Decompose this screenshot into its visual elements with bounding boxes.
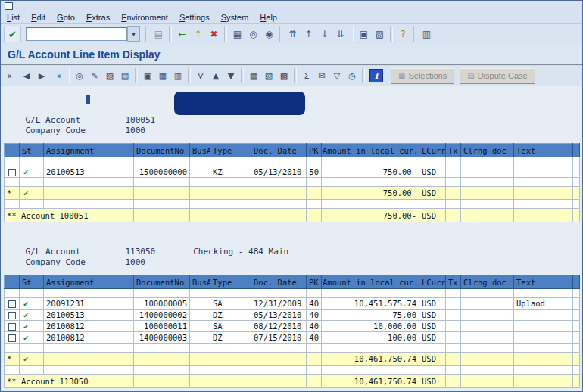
- command-dropdown-icon[interactable]: ▼: [127, 26, 140, 42]
- first-page-icon[interactable]: ⇈: [285, 26, 301, 42]
- content-area: G/L Account100051 Company Code1000 StAss…: [1, 86, 582, 391]
- menu-item-list[interactable]: List: [7, 13, 20, 22]
- company-code-value: 1000: [125, 257, 145, 267]
- document-icon[interactable]: ▥: [170, 68, 186, 83]
- row-checkbox[interactable]: [8, 300, 16, 308]
- spreadsheet-icon[interactable]: ▧: [261, 68, 276, 83]
- additional-data-icon[interactable]: ▤: [117, 68, 132, 83]
- green-check-icon: ✔: [23, 322, 28, 331]
- spacer-row: [5, 157, 580, 166]
- green-check-icon: ✔: [23, 354, 28, 363]
- mail-icon[interactable]: ✉: [314, 68, 329, 83]
- word-processing-icon[interactable]: ▩: [276, 68, 292, 83]
- dispute-case-button-icon: ▤: [467, 72, 474, 80]
- spacer-row: [5, 200, 580, 209]
- help-icon[interactable]: ?: [395, 26, 411, 42]
- menu-item-extras[interactable]: Extras: [86, 13, 110, 22]
- change-icon[interactable]: ✎: [87, 68, 102, 83]
- details-icon[interactable]: ◎: [72, 68, 87, 83]
- column-header-type: Type: [210, 144, 251, 157]
- info-icon[interactable]: i: [369, 69, 383, 82]
- green-check-icon: ✔: [23, 167, 28, 176]
- export-icon[interactable]: ▽: [329, 68, 344, 83]
- menu-item-edit[interactable]: Edit: [31, 13, 45, 22]
- toolbar-separator: [413, 26, 416, 42]
- column-header-assignment: Assignment: [44, 275, 134, 289]
- row-checkbox[interactable]: [8, 312, 16, 319]
- menu-item-goto[interactable]: Goto: [57, 13, 75, 22]
- last-item-icon[interactable]: ⇥: [49, 68, 64, 83]
- column-header-select: [5, 144, 20, 157]
- menu-item-help[interactable]: Help: [260, 13, 277, 22]
- column-header-amount-in-local-cur-: Amount in local cur.: [322, 275, 419, 289]
- menu-item-settings[interactable]: Settings: [179, 13, 210, 22]
- sort-descending-icon[interactable]: ▼: [223, 68, 238, 83]
- line-item-row[interactable]: ✔201008121400000003DZ07/15/201040100.00U…: [5, 332, 580, 344]
- account-name-redaction: [174, 92, 305, 115]
- toolbar-separator: [145, 26, 148, 42]
- command-input[interactable]: [26, 27, 127, 41]
- exit-icon[interactable]: ↑: [190, 26, 206, 42]
- next-item-icon[interactable]: ▶: [34, 68, 49, 83]
- gl-account-value: 113050: [125, 247, 155, 257]
- back-icon[interactable]: ←: [174, 26, 190, 42]
- filter-icon[interactable]: ∇: [193, 68, 208, 83]
- line-item-row[interactable]: ✔201005131400000002DZ05/13/20104075.00US…: [5, 310, 580, 321]
- gl-account-113050-line-items-table: StAssignmentDocumentNoBusATypeDoc. DateP…: [4, 275, 580, 388]
- row-checkbox[interactable]: [8, 323, 16, 331]
- gl-account-row: G/L Account113050Checking - 484 Main: [7, 235, 288, 246]
- header-row: StAssignmentDocumentNoBusATypeDoc. DateP…: [5, 275, 580, 289]
- new-session-icon[interactable]: ▣: [356, 26, 372, 42]
- application-toolbar: ⇤◀▶⇥◎✎▨▤▣▦▥∇▲▼▦▧▩Σ✉▽◷i▦Selections▤Disput…: [1, 66, 582, 86]
- page-up-icon[interactable]: ↑: [301, 26, 316, 42]
- print-icon[interactable]: ▦: [229, 26, 245, 42]
- dispute-case-button[interactable]: ▤Dispute Case: [460, 68, 535, 84]
- green-check-icon: ✔: [23, 299, 28, 308]
- display-grid-icon[interactable]: ▦: [246, 68, 261, 83]
- column-header-select: [5, 275, 20, 289]
- line-item-row[interactable]: ✔20100812100000011SA08/12/20104010,000.0…: [5, 321, 580, 332]
- system-menu-icon[interactable]: [5, 2, 13, 10]
- line-item-row[interactable]: ✔20091231100000005SA12/31/20094010,451,5…: [5, 298, 580, 310]
- header-row: StAssignmentDocumentNoBusATypeDoc. DateP…: [5, 144, 580, 157]
- window-titlebar: [1, 1, 582, 11]
- sap-window: ListEditGotoExtrasEnvironmentSettingsSys…: [0, 0, 583, 392]
- create-shortcut-icon[interactable]: ▨: [372, 26, 388, 42]
- block-item-icon[interactable]: ▨: [102, 68, 117, 83]
- standard-toolbar: ✔▼▤←↑✖▦◎◉⇈↑↓⇊▣▨?▥: [1, 24, 582, 45]
- selections-button[interactable]: ▦Selections: [391, 68, 454, 84]
- cancel-icon[interactable]: ✖: [206, 26, 222, 42]
- toolbar-separator: [135, 68, 138, 83]
- find-next-icon[interactable]: ◉: [261, 26, 277, 42]
- toolbar-separator: [67, 68, 70, 83]
- menu-item-system[interactable]: System: [221, 13, 249, 22]
- enter-icon[interactable]: ✔: [4, 26, 21, 42]
- column-header-st: St: [20, 275, 44, 289]
- line-item-row[interactable]: ✔201005131500000000KZ05/13/201050750.00-…: [5, 166, 580, 178]
- worklist-icon[interactable]: ◷: [344, 68, 360, 83]
- sort-ascending-icon[interactable]: ▲: [208, 68, 223, 83]
- first-item-icon[interactable]: ⇤: [4, 68, 19, 83]
- copy-icon[interactable]: ▣: [140, 68, 155, 83]
- save-icon[interactable]: ▤: [151, 26, 167, 42]
- sum-icon[interactable]: Σ: [299, 68, 314, 83]
- column-header-trailing: [573, 275, 580, 289]
- company-code-value: 1000: [125, 126, 145, 135]
- subtotal-row: *✔750.00-USD: [5, 187, 580, 200]
- menu-item-environment[interactable]: Environment: [121, 13, 168, 22]
- company-code-label: Company Code: [25, 126, 125, 136]
- spacer-row: [5, 366, 580, 375]
- column-header-amount-in-local-cur-: Amount in local cur.: [322, 144, 419, 157]
- select-all-icon[interactable]: ▦: [155, 68, 170, 83]
- toolbar-separator: [390, 26, 393, 42]
- row-checkbox[interactable]: [8, 334, 16, 342]
- find-icon[interactable]: ◎: [245, 26, 261, 42]
- page-down-icon[interactable]: ↓: [316, 26, 332, 42]
- gl-account-label: G/L Account: [25, 247, 125, 257]
- row-checkbox[interactable]: [8, 169, 16, 176]
- spacer-row: [5, 289, 580, 298]
- last-page-icon[interactable]: ⇊: [332, 26, 348, 42]
- customize-layout-icon[interactable]: ▥: [419, 26, 435, 42]
- previous-item-icon[interactable]: ◀: [19, 68, 34, 83]
- toolbar-separator: [224, 26, 227, 42]
